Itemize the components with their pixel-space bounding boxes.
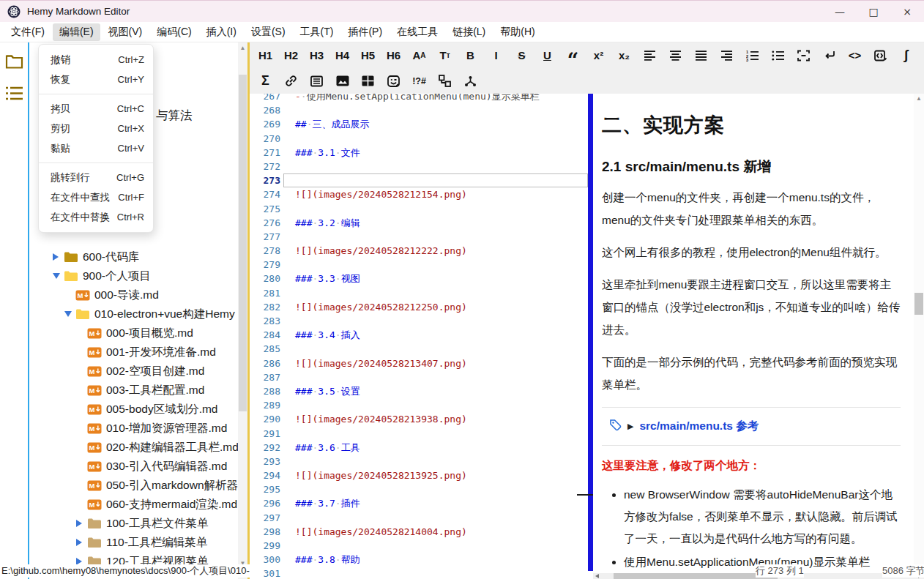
- editor-line-282[interactable]: 282![](images/20240528212250.png): [250, 300, 588, 314]
- h4-button[interactable]: H4: [333, 45, 351, 66]
- editor-line-279[interactable]: 279: [250, 258, 588, 272]
- menu-item-ctrl-c[interactable]: 拷贝Ctrl+C: [39, 99, 153, 119]
- editor-line-283[interactable]: 283: [250, 314, 588, 328]
- menu-视图V[interactable]: 视图(V): [102, 23, 149, 41]
- editor-line-277[interactable]: 277: [250, 230, 588, 244]
- editor-line-300[interactable]: 300###·3.8·帮助: [250, 553, 588, 567]
- preview-scrollbar-thumb[interactable]: [914, 293, 923, 315]
- tree-folder-600-代码库[interactable]: 600-代码库: [31, 247, 238, 266]
- details-label[interactable]: src/main/menu.ts 参考: [639, 419, 759, 434]
- emoji-icon[interactable]: [384, 71, 403, 91]
- align-center-icon[interactable]: [666, 45, 685, 66]
- minimize-button[interactable]: —: [823, 1, 857, 23]
- unordered-list-icon[interactable]: [769, 45, 787, 66]
- tree-file-030-引入代码编辑器.md[interactable]: M030-引入代码编辑器.md: [31, 457, 238, 476]
- blockquote-button[interactable]: “: [564, 45, 582, 66]
- scroll-left-icon[interactable]: [595, 574, 599, 578]
- line-break-icon[interactable]: [820, 45, 838, 66]
- menu-编码C[interactable]: 编码(C): [150, 23, 198, 41]
- menu-item-ctrl-x[interactable]: 剪切Ctrl+X: [39, 119, 153, 138]
- scroll-up-icon[interactable]: ▲: [238, 45, 247, 51]
- tree-file-003-工具栏配置.md[interactable]: M003-工具栏配置.md: [31, 381, 238, 400]
- editor-line-274[interactable]: 274![](images/20240528212154.png): [250, 187, 588, 201]
- editor-line-273[interactable]: 273: [250, 173, 588, 187]
- editor-line-301[interactable]: 301: [250, 567, 588, 579]
- editor-line-275[interactable]: 275: [250, 202, 588, 216]
- tree-folder-010-electron+vue构建Hemy[interactable]: 010-electron+vue构建Hemy: [31, 305, 238, 324]
- align-right-icon[interactable]: [718, 45, 736, 66]
- formula-button[interactable]: ∫: [897, 45, 915, 66]
- editor-line-267[interactable]: 267-·使用Menu.setApplicationMenu(menu)显示菜单…: [250, 94, 588, 103]
- tree-folder-900-个人项目[interactable]: 900-个人项目: [31, 266, 238, 285]
- sidebar-scrollbar[interactable]: ▲ ▼: [238, 42, 247, 579]
- focus-frame-icon[interactable]: [794, 45, 813, 66]
- bold-button[interactable]: B: [461, 45, 480, 66]
- tree-file-002-空项目创建.md[interactable]: M002-空项目创建.md: [31, 362, 238, 381]
- menu-帮助H[interactable]: 帮助(H): [493, 23, 541, 41]
- menu-item-ctrl-v[interactable]: 黏贴Ctrl+V: [39, 138, 153, 158]
- editor-line-295[interactable]: 295: [250, 482, 588, 496]
- menu-工具T[interactable]: 工具(T): [294, 23, 340, 41]
- h6-button[interactable]: H6: [384, 45, 403, 66]
- editor-line-298[interactable]: 298![](images/20240528214004.png): [250, 525, 588, 539]
- tree-file-000-项目概览.md[interactable]: M000-项目概览.md: [31, 324, 238, 343]
- chevron-right-icon[interactable]: [76, 539, 87, 546]
- menu-链接L[interactable]: 链接(L): [446, 23, 492, 41]
- menu-设置S[interactable]: 设置(S): [245, 23, 292, 41]
- editor-line-276[interactable]: 276###·3.2·编辑: [250, 216, 588, 230]
- editor-preview-divider[interactable]: [588, 94, 593, 571]
- editor-line-281[interactable]: 281: [250, 286, 588, 300]
- editor-line-278[interactable]: 278![](images/20240528212222.png): [250, 244, 588, 258]
- tree-file-001-开发环境准备.md[interactable]: M001-开发环境准备.md: [31, 343, 238, 362]
- editor-line-297[interactable]: 297: [250, 511, 588, 525]
- editor-line-272[interactable]: 272: [250, 160, 588, 173]
- folder-explorer-icon[interactable]: [5, 53, 23, 70]
- close-button[interactable]: ×: [890, 1, 924, 23]
- tree-item-partial[interactable]: 与算法: [156, 108, 193, 124]
- link-icon[interactable]: [282, 71, 300, 91]
- editor-line-290[interactable]: 290![](images/20240528213938.png): [250, 412, 588, 426]
- editor-line-269[interactable]: 269##·三、成品展示: [250, 117, 588, 131]
- editor-line-288[interactable]: 288###·3.5·设置: [250, 384, 588, 398]
- editor-line-299[interactable]: 299: [250, 539, 588, 553]
- h1-button[interactable]: H1: [256, 45, 275, 66]
- menu-item-ctrl-y[interactable]: 恢复Ctrl+Y: [39, 70, 153, 89]
- editor-line-293[interactable]: 293: [250, 455, 588, 468]
- maximize-button[interactable]: □: [857, 1, 890, 23]
- preview-vertical-scrollbar[interactable]: ▲ ▼: [914, 94, 924, 573]
- code-block-icon[interactable]: [871, 45, 890, 66]
- editor-line-284[interactable]: 284###·3.4·插入: [250, 328, 588, 342]
- details-arrow-icon[interactable]: ▶: [627, 422, 633, 431]
- tree-file-000-导读.md[interactable]: M000-导读.md: [31, 285, 238, 305]
- h5-button[interactable]: H5: [359, 45, 377, 66]
- sidebar-scrollbar-thumb[interactable]: [239, 75, 247, 411]
- h3-button[interactable]: H3: [308, 45, 326, 66]
- chevron-down-icon[interactable]: [64, 311, 75, 317]
- markdown-editor[interactable]: 267-·使用Menu.setApplicationMenu(menu)显示菜单…: [250, 94, 588, 579]
- menu-插入I[interactable]: 插入(I): [200, 23, 243, 41]
- editor-line-271[interactable]: 271###·3.1·文件: [250, 146, 588, 160]
- tree-folder-110-工具栏编辑菜单[interactable]: 110-工具栏编辑菜单: [31, 533, 238, 552]
- flowchart-icon[interactable]: [436, 71, 454, 91]
- menu-在线工具[interactable]: 在线工具: [390, 23, 444, 41]
- subscript-button[interactable]: x₂: [615, 45, 633, 66]
- tree-file-060-支持mermaid渲染.md[interactable]: M060-支持mermaid渲染.md: [31, 495, 238, 514]
- italic-button[interactable]: I: [487, 45, 505, 66]
- align-justify-icon[interactable]: [692, 45, 710, 66]
- tree-file-005-body区域划分.md[interactable]: M005-body区域划分.md: [31, 400, 238, 419]
- editor-line-286[interactable]: 286![](images/20240528213407.png): [250, 356, 588, 370]
- editor-line-280[interactable]: 280###·3.3·视图: [250, 272, 588, 285]
- strikethrough-button[interactable]: S: [513, 45, 531, 66]
- outline-list-icon[interactable]: [5, 86, 23, 101]
- editor-line-292[interactable]: 292###·3.6·工具: [250, 441, 588, 455]
- editor-line-294[interactable]: 294![](images/20240528213925.png): [250, 468, 588, 482]
- inline-code-button[interactable]: <>: [846, 45, 864, 66]
- menu-item-ctrl-f[interactable]: 在文件中查找Ctrl+F: [39, 187, 153, 207]
- editor-line-268[interactable]: 268: [250, 103, 588, 117]
- menu-item-ctrl-g[interactable]: 跳转到行Ctrl+G: [39, 168, 153, 187]
- special-characters-button[interactable]: !?#: [410, 71, 428, 91]
- h2-button[interactable]: H2: [282, 45, 300, 66]
- tree-file-050-引入markdown解析器.md[interactable]: M050-引入markdown解析器.md: [31, 476, 238, 495]
- editor-line-296[interactable]: 296###·3.7·插件: [250, 496, 588, 510]
- menu-文件F[interactable]: 文件(F): [4, 23, 51, 41]
